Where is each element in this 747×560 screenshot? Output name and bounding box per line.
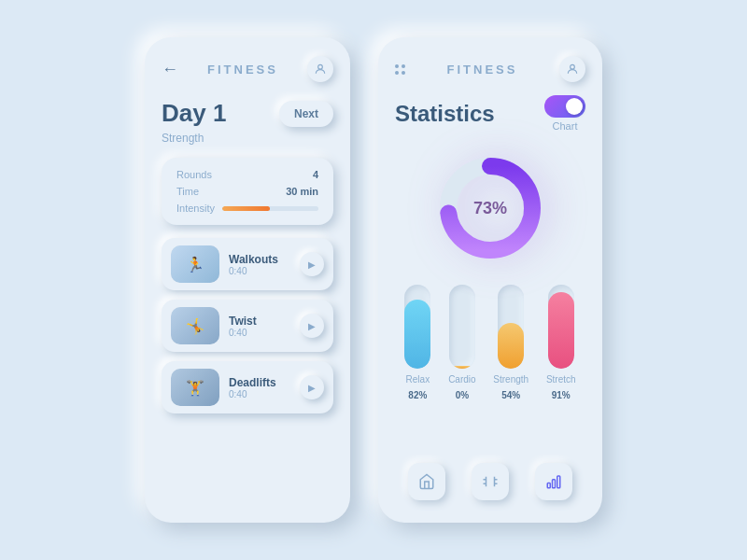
bar-fill-relax — [404, 300, 430, 369]
exercise-info-3: Deadlifts 0:40 — [229, 376, 290, 399]
play-button-1[interactable]: ▶ — [300, 252, 324, 276]
chart-toggle-label: Chart — [553, 120, 578, 132]
back-button[interactable]: ← — [162, 60, 178, 79]
intensity-row: Intensity — [176, 203, 318, 214]
exercise-name-1: Walkouts — [229, 253, 290, 266]
dots-menu-icon[interactable] — [395, 64, 405, 75]
exercise-thumb-1: 🏃 — [171, 245, 219, 283]
donut-chart-container: 73% — [395, 145, 585, 272]
exercise-name-3: Deadlifts — [229, 376, 290, 389]
exercise-duration-1: 0:40 — [229, 266, 290, 276]
next-button[interactable]: Next — [279, 101, 333, 127]
bar-fill-strength — [498, 323, 524, 369]
bar-col-stretch: Stretch 91% — [546, 285, 576, 400]
stats-title: Statistics — [395, 101, 495, 127]
day-section: Day 1 Next — [162, 99, 333, 128]
exercise-info-1: Walkouts 0:40 — [229, 253, 290, 276]
svg-rect-4 — [547, 483, 550, 488]
right-header: FITNESS — [395, 56, 585, 82]
bar-pct-relax: 82% — [408, 390, 427, 400]
donut-percentage: 73% — [473, 199, 507, 218]
intensity-label: Intensity — [176, 203, 215, 214]
bar-name-relax: Relax — [406, 374, 430, 385]
bottom-nav — [395, 455, 585, 504]
user-icon-button[interactable] — [307, 56, 333, 82]
play-button-3[interactable]: ▶ — [300, 375, 324, 399]
time-label: Time — [176, 186, 199, 197]
day-title: Day 1 — [162, 99, 226, 128]
nav-stats-button[interactable] — [535, 463, 572, 500]
intensity-bar-bg — [222, 206, 318, 211]
bar-pct-strength: 54% — [501, 390, 520, 400]
bar-track-relax — [404, 285, 430, 369]
exercise-thumb-3: 🏋️ — [171, 369, 219, 406]
chart-toggle[interactable] — [544, 95, 585, 118]
bar-track-strength — [498, 285, 524, 369]
toggle-knob — [566, 98, 583, 115]
exercise-info-2: Twist 0:40 — [229, 315, 290, 338]
right-panel: FITNESS Statistics Chart — [378, 37, 602, 523]
rounds-row: Rounds 4 — [176, 169, 318, 180]
bar-track-stretch — [548, 285, 574, 369]
exercise-name-2: Twist — [229, 315, 290, 328]
bar-name-cardio: Cardio — [448, 374, 475, 385]
exercise-list: 🏃 Walkouts 0:40 ▶ 🤸 Twist 0:40 ▶ 🏋️ D — [162, 238, 333, 413]
exercise-item-twist[interactable]: 🤸 Twist 0:40 ▶ — [162, 300, 333, 352]
nav-workout-button[interactable] — [472, 463, 509, 500]
svg-point-1 — [571, 64, 575, 69]
bar-track-cardio — [449, 285, 475, 369]
dot-3 — [395, 71, 399, 75]
dot-4 — [402, 71, 405, 75]
user-icon-button-right[interactable] — [559, 56, 585, 82]
svg-rect-5 — [553, 480, 556, 488]
exercise-item-walkouts[interactable]: 🏃 Walkouts 0:40 ▶ — [162, 238, 333, 290]
donut-chart: 73% — [434, 152, 546, 264]
bar-fill-cardio — [449, 366, 475, 369]
bar-name-strength: Strength — [493, 374, 529, 385]
svg-point-0 — [318, 64, 323, 69]
bar-col-strength: Strength 54% — [493, 285, 529, 400]
chart-toggle-col: Chart — [544, 95, 585, 132]
category-label: Strength — [162, 132, 333, 145]
bar-pct-cardio: 0% — [456, 390, 469, 400]
exercise-item-deadlifts[interactable]: 🏋️ Deadlifts 0:40 ▶ — [162, 361, 333, 413]
app-title-right: FITNESS — [447, 63, 518, 77]
exercise-duration-2: 0:40 — [229, 328, 290, 338]
rounds-value: 4 — [313, 169, 318, 180]
exercise-thumb-2: 🤸 — [171, 307, 219, 344]
time-row: Time 30 min — [176, 186, 318, 197]
bars-section: Relax 82% Cardio 0% Strength 54% Stretch… — [395, 285, 585, 400]
stats-title-row: Statistics Chart — [395, 95, 585, 132]
bar-name-stretch: Stretch — [546, 374, 576, 385]
intensity-bar-fill — [222, 206, 271, 211]
app-title-left: FITNESS — [207, 63, 278, 77]
stats-card: Rounds 4 Time 30 min Intensity — [162, 158, 333, 225]
left-panel: ← FITNESS Day 1 Next Strength Rounds 4 T… — [145, 37, 350, 523]
bar-fill-stretch — [548, 292, 574, 369]
bar-col-relax: Relax 82% — [404, 285, 430, 400]
time-value: 30 min — [286, 186, 318, 197]
play-button-2[interactable]: ▶ — [300, 314, 324, 338]
dot-1 — [395, 64, 399, 68]
rounds-label: Rounds — [176, 169, 212, 180]
left-header: ← FITNESS — [162, 56, 333, 82]
svg-rect-6 — [557, 476, 560, 488]
dot-2 — [402, 64, 405, 68]
bar-col-cardio: Cardio 0% — [448, 285, 475, 400]
exercise-duration-3: 0:40 — [229, 389, 290, 399]
bar-pct-stretch: 91% — [552, 390, 571, 400]
nav-home-button[interactable] — [408, 463, 445, 500]
